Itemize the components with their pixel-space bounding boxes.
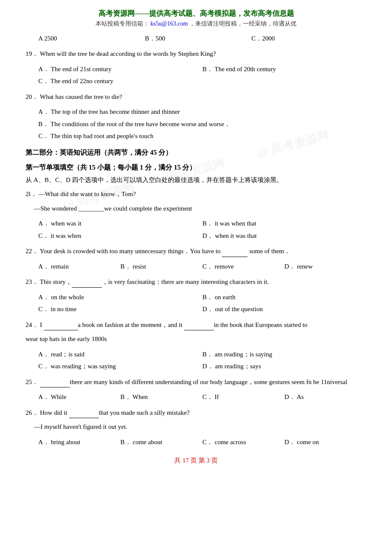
q25-body: there are many kinds of different unders… (40, 379, 347, 385)
section2-title: 第二部分：英语知识运用（共两节，满分 45 分） (26, 148, 366, 157)
q22-option-b: B． resist (121, 260, 203, 273)
q18-answer-c: C．2000 (251, 35, 345, 43)
q19-option-b: B． The end of 20th century (202, 63, 366, 75)
q21-option-b: B． it was when that (202, 217, 366, 230)
q25-text: 25． there are many kinds of different un… (26, 377, 366, 388)
section21-desc: 从 A、B、C、D 四个选项中，选出可以填入空白处的最佳选项，并在答题卡上将该项… (26, 175, 366, 186)
q21-num: 2l． (26, 191, 37, 197)
q24-options: A． read；is said B． am reading；is saying … (26, 348, 366, 373)
q26-text2: —I myself haven't figured it out yet. (26, 422, 366, 433)
q23-options: A． on the whole B． on earth C． in no tim… (26, 291, 366, 315)
q19-options: A． The end of 21st century B． The end of… (26, 63, 366, 87)
question-21: 2l． —What did she want to know，Tom? —She… (26, 189, 366, 242)
q22-option-d: D． renew (285, 260, 367, 273)
email-link[interactable]: ks5u@163.com (150, 20, 188, 27)
q25-option-c: C． If (202, 391, 285, 403)
q26-option-a: A． bring about (38, 436, 121, 448)
q25-option-b: B． When (121, 391, 203, 403)
q18-answers: A 2500 B．500 C．2000 (26, 35, 366, 43)
q22-body: Your desk is crowded with too many unnec… (40, 248, 291, 254)
question-23: 23． This story，，is very fascinating：ther… (26, 277, 366, 315)
q23-num: 23． (26, 278, 38, 285)
q22-num: 22． (26, 248, 38, 254)
q21-text2: —She wondered ________we could complete … (26, 203, 366, 214)
q20-text: 20． What has caused the tree to die? (26, 92, 366, 103)
page-title: 高考资源网——提供高考试题、高考模拟题，发布高考信息题 (26, 9, 366, 18)
q19-text: 19． When will the tree be dead according… (26, 49, 366, 60)
q21-option-c: C． it was when (38, 230, 202, 242)
q24-option-a: A． read；is said (38, 348, 202, 361)
q25-options: A． While B． When C． If D． As (26, 391, 366, 403)
q19-body: When will the tree be dead according to … (40, 50, 216, 57)
q20-num: 20． (26, 93, 38, 100)
q26-option-c: C． come across (202, 436, 285, 448)
question-26: 26． How did it that you made such a sill… (26, 408, 366, 448)
q22-options: A． remain B． resist C． remove D． renew (26, 260, 366, 273)
q21-text1: 2l． —What did she want to know，Tom? (26, 189, 366, 200)
q20-body: What has caused the tree to die? (40, 93, 122, 100)
question-25: 25． there are many kinds of different un… (26, 377, 366, 403)
q21-body1: —What did she want to know，Tom? (38, 191, 136, 197)
section21-title: 第一节单项填空（共 15 小题；每小题 1 分，满分 15 分） (26, 163, 366, 172)
q26-num: 26． (26, 409, 38, 416)
q22-text: 22． Your desk is crowded with too many u… (26, 246, 366, 257)
q24-option-d: D． am reading；says (202, 360, 366, 373)
q23-option-c: C． in no time (38, 303, 202, 315)
q19-num: 19． (26, 50, 38, 57)
q24-body: I a book on fashion at the moment，and it… (40, 321, 308, 328)
q25-option-d: D． As (285, 391, 367, 403)
q20-options: A． The top of the tree has become thinne… (26, 106, 366, 142)
q26-option-d: D． come on (285, 436, 367, 448)
question-19: 19． When will the tree be dead according… (26, 49, 366, 87)
q24-text: 24． I a book on fashion at the moment，an… (26, 320, 366, 331)
subtitle-prefix: 本站投稿专用信箱： (95, 20, 149, 27)
q25-option-a: A． While (38, 391, 121, 403)
q24-option-b: B． am reading；is saying (202, 348, 366, 361)
question-24: 24． I a book on fashion at the moment，an… (26, 320, 366, 373)
question-20: 20． What has caused the tree to die? A． … (26, 92, 366, 142)
q20-option-a: A． The top of the tree has become thinne… (38, 106, 366, 118)
q23-text: 23． This story，，is very fascinating：ther… (26, 277, 366, 288)
q25-num: 25． (26, 379, 38, 385)
q26-options: A． bring about B． come about C． come acr… (26, 436, 366, 448)
q21-option-d: D． when it was that (202, 230, 366, 242)
q23-option-d: D． out of the question (202, 303, 366, 315)
q26-text1: 26． How did it that you made such a sill… (26, 408, 366, 419)
q18-answer-a: A 2500 (38, 35, 132, 42)
q23-body: This story，，is very fascinating：there ar… (40, 278, 268, 285)
page-subtitle: 本站投稿专用信箱： ks5u@163.com ，来信请注明投稿，一经采纳，待遇从… (26, 20, 366, 28)
question-22: 22． Your desk is crowded with too many u… (26, 246, 366, 272)
page-footer: 共 17 页 第 3 页 (26, 457, 366, 465)
q20-option-b: B． The conditions of the root of the tre… (38, 118, 366, 130)
q26-option-b: B． come about (121, 436, 203, 448)
q19-option-c: C． The end of 22no century (38, 75, 202, 87)
q22-option-c: C． remove (202, 260, 285, 273)
q23-option-b: B． on earth (202, 291, 366, 304)
q19-option-a: A． The end of 21st century (38, 63, 202, 75)
q24-num: 24． (26, 321, 38, 328)
q21-option-a: A． when was it (38, 217, 202, 230)
q24-option-c: C． was reading；was saying (38, 360, 202, 373)
q26-body1: How did it that you made such a silly mi… (40, 409, 190, 416)
q23-option-a: A． on the whole (38, 291, 202, 304)
q18-answer-b: B．500 (145, 35, 239, 43)
q22-option-a: A． remain (38, 260, 121, 273)
subtitle-suffix: ，来信请注明投稿，一经采纳，待遇从优 (189, 20, 297, 27)
q21-options: A． when was it B． it was when that C． it… (26, 217, 366, 242)
q20-option-c: C． The thin top bad root and people's to… (38, 130, 366, 142)
q24-text-cont: wear top hats in the early 1800s (26, 334, 366, 345)
